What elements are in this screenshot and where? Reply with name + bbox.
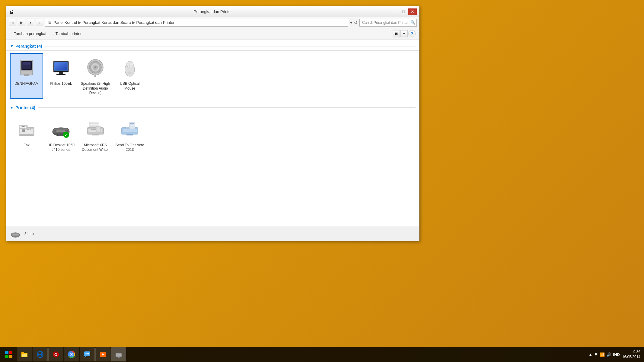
svg-rect-96 [118, 357, 120, 358]
path-panelkontrol[interactable]: Panel Kontrol [53, 20, 77, 25]
devices-section-header[interactable]: ▼ Perangkat (4) [6, 42, 419, 51]
svg-rect-69 [12, 234, 18, 235]
taskbar-devices[interactable] [111, 348, 126, 361]
taskbar-chat[interactable] [80, 348, 95, 361]
help-button[interactable]: ? [408, 30, 416, 37]
path-current[interactable]: Perangkat dan Printer [136, 20, 174, 25]
device-icon-philips [49, 56, 73, 80]
svg-rect-2 [22, 62, 31, 69]
svg-rect-35 [22, 129, 25, 132]
svg-rect-55 [91, 129, 97, 130]
svg-rect-7 [24, 74, 29, 76]
printer-item-fax[interactable]: Fax [10, 115, 43, 155]
path-hardware[interactable]: Perangkat Keras dan Suara [82, 20, 131, 25]
back-button[interactable]: ◀ [9, 19, 16, 26]
svg-rect-75 [21, 352, 24, 354]
svg-text:O: O [54, 352, 57, 357]
toolbar: Tambah perangkat Tambah printer ⊞ ▾ ? [6, 28, 419, 40]
printer-item-hp[interactable]: ✓ HP Deskjet 1050 J410 series [44, 115, 78, 155]
window-icon: 🖨 [9, 9, 14, 14]
address-bar: ◀ ▶ ▾ ↑ 🖥 Panel Kontrol ▶ Perangkat Kera… [6, 17, 419, 28]
content-area[interactable]: ▼ Perangkat (4) [6, 40, 419, 226]
svg-rect-8 [23, 76, 30, 76]
devices-collapse-icon: ▼ [10, 44, 14, 48]
device-item-denniagpam[interactable]: DENNIAGPAM [10, 53, 43, 99]
taskbar-right: ▲ ⚑ 📶 🔊 IND 9:36 16/05/2014 [589, 349, 643, 360]
printer-label-hp: HP Deskjet 1050 J410 series [46, 143, 76, 152]
dropdown-button[interactable]: ▾ [27, 19, 34, 26]
desktop: 🖨 Perangkat dan Printer − □ ✕ ◀ ▶ ▾ ↑ 🖥 … [0, 0, 644, 362]
start-button[interactable] [1, 347, 16, 362]
search-button[interactable]: 🔍 [410, 20, 416, 25]
device-item-speakers[interactable]: Speakers (2- High Definition Audio Devic… [79, 53, 112, 99]
title-bar: 🖨 Perangkat dan Printer − □ ✕ [6, 6, 419, 17]
taskbar-chrome[interactable] [64, 348, 79, 361]
svg-point-25 [127, 71, 132, 74]
svg-point-90 [87, 353, 88, 354]
close-button[interactable]: ✕ [408, 8, 417, 15]
status-icon [10, 228, 21, 239]
minimize-button[interactable]: − [390, 8, 399, 15]
printer-item-onenote[interactable]: Send To OneNote 2013 [113, 115, 146, 155]
tray-language[interactable]: IND [613, 352, 620, 357]
svg-rect-13 [59, 72, 63, 74]
svg-rect-37 [28, 129, 29, 130]
view-options-button[interactable]: ⊞ [393, 30, 400, 37]
search-input[interactable] [359, 19, 417, 27]
printers-section-header[interactable]: ▼ Printer (4) [6, 103, 419, 112]
printer-icon-hp: ✓ [49, 118, 73, 142]
main-window: 🖨 Perangkat dan Printer − □ ✕ ◀ ▶ ▾ ↑ 🖥 … [6, 6, 419, 241]
printer-label-fax: Fax [24, 143, 30, 148]
device-icon-denniagpam [14, 56, 39, 80]
svg-rect-64 [130, 125, 133, 125]
device-item-mouse[interactable]: USB Optical Mouse [113, 53, 146, 99]
printer-label-xps: Microsoft XPS Document Writer [81, 143, 110, 152]
view-dropdown-button[interactable]: ▾ [400, 30, 408, 37]
up-button[interactable]: ↑ [36, 19, 43, 26]
status-count: 8 butir [24, 232, 34, 236]
svg-point-20 [95, 67, 96, 68]
add-device-button[interactable]: Tambah perangkat [10, 30, 50, 37]
tray-network: 📶 [600, 352, 605, 357]
printers-section-line [38, 107, 416, 108]
devices-section: ▼ Perangkat (4) [6, 42, 419, 101]
svg-rect-39 [27, 131, 28, 131]
printers-section-title: Printer (4) [15, 105, 35, 110]
device-icon-speakers [83, 56, 107, 80]
title-bar-left: 🖨 [9, 9, 14, 14]
clock-time: 9:36 [622, 349, 640, 354]
taskbar-file-explorer[interactable] [17, 348, 32, 361]
dropdown-path-button[interactable]: ▾ [350, 20, 352, 25]
taskbar-ie[interactable]: e [33, 348, 48, 361]
path-sep-1: ▶ [78, 20, 81, 25]
maximize-button[interactable]: □ [399, 8, 408, 15]
taskbar-opera[interactable]: O [48, 348, 63, 361]
device-label-speakers: Speakers (2- High Definition Audio Devic… [81, 81, 110, 96]
add-printer-button[interactable]: Tambah printer [52, 30, 86, 37]
title-bar-controls: − □ ✕ [390, 8, 417, 15]
svg-rect-72 [5, 355, 8, 358]
svg-rect-60 [123, 129, 137, 132]
path-icon: 🖥 [48, 20, 52, 25]
system-clock[interactable]: 9:36 16/05/2014 [622, 349, 640, 360]
search-container: 🔍 [359, 19, 417, 27]
path-sep-2: ▶ [132, 20, 135, 25]
svg-rect-50 [90, 123, 98, 124]
svg-rect-51 [90, 125, 98, 125]
tray-expand[interactable]: ▲ [589, 352, 592, 357]
forward-button[interactable]: ▶ [18, 19, 25, 26]
svg-rect-63 [130, 123, 134, 124]
printer-icon-fax [14, 118, 39, 142]
device-label-denniagpam: DENNIAGPAM [14, 81, 39, 86]
taskbar-media[interactable] [95, 348, 110, 361]
device-item-philips[interactable]: Philips 160EL [44, 53, 78, 99]
toolbar-right: ⊞ ▾ ? [393, 30, 416, 37]
address-path[interactable]: 🖥 Panel Kontrol ▶ Perangkat Keras dan Su… [45, 19, 348, 27]
svg-rect-40 [28, 131, 29, 131]
svg-rect-70 [5, 351, 8, 354]
window-title: Perangkat dan Printer [194, 9, 232, 14]
devices-grid: DENNIAGPAM [6, 51, 419, 101]
refresh-button[interactable]: ↺ [354, 20, 358, 25]
svg-rect-34 [20, 134, 33, 135]
printer-item-xps[interactable]: Microsoft XPS Document Writer [79, 115, 112, 155]
